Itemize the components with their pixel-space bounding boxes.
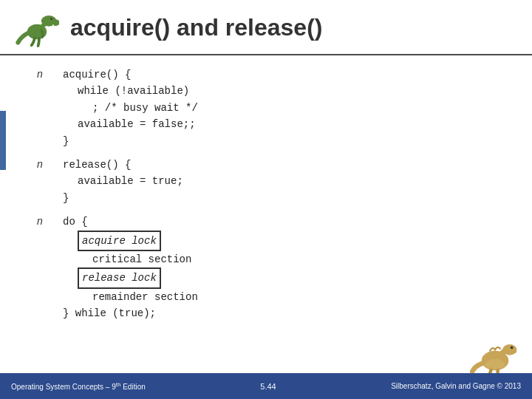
bullet-item-2: n release() { available = true; } [37, 157, 502, 206]
code-line-do: do { [63, 214, 198, 230]
code-line: } [63, 133, 198, 149]
code-line-release-lock: release lock [63, 267, 198, 288]
main-content: n acquire() { while (!available) ; /* bu… [0, 55, 532, 336]
code-block-acquire: acquire() { while (!available) ; /* busy… [63, 66, 198, 149]
footer-copyright: Silberschatz, Galvin and Gagne © 2013 [391, 382, 521, 390]
code-block-do: do { acquire lock critical section relea… [63, 214, 198, 321]
bullet-label-2: n [37, 158, 48, 170]
code-line: release() { [63, 157, 183, 173]
left-accent-bar [0, 111, 6, 170]
code-line: ; /* busy wait */ [63, 100, 198, 116]
code-line: available = true; [63, 173, 183, 189]
bullet-label-3: n [37, 215, 48, 227]
svg-point-4 [52, 18, 52, 19]
svg-point-9 [485, 359, 505, 370]
code-line-critical: critical section [63, 251, 198, 267]
slide-container: acquire() and release() n acquire() { wh… [0, 0, 532, 399]
footer-edition: Operating System Concepts – 9th Edition [11, 381, 146, 391]
code-line-remainder: remainder section [63, 289, 198, 305]
dinosaur-footer-icon [469, 336, 521, 377]
slide-header: acquire() and release() [0, 0, 532, 55]
code-line-while: } while (true); [63, 305, 198, 321]
code-line-acquire-lock: acquire lock [63, 231, 198, 251]
bullet-item-1: n acquire() { while (!available) ; /* bu… [37, 66, 502, 149]
bullet-item-3: n do { acquire lock critical section rel… [37, 214, 502, 321]
code-block-release: release() { available = true; } [63, 157, 183, 206]
bullet-label-1: n [37, 68, 48, 80]
slide-footer: Operating System Concepts – 9th Edition … [0, 373, 532, 399]
svg-point-8 [512, 347, 513, 347]
acquire-lock-box: acquire lock [78, 231, 161, 251]
dinosaur-header-icon [15, 7, 59, 48]
code-line: while (!available) [63, 83, 198, 99]
code-line: } [63, 190, 183, 206]
release-lock-box: release lock [78, 267, 161, 288]
footer-page-number: 5.44 [260, 382, 276, 391]
svg-point-3 [50, 18, 52, 20]
code-line: available = false;; [63, 116, 198, 132]
slide-title: acquire() and release() [70, 14, 517, 41]
code-line: acquire() { [63, 66, 198, 83]
